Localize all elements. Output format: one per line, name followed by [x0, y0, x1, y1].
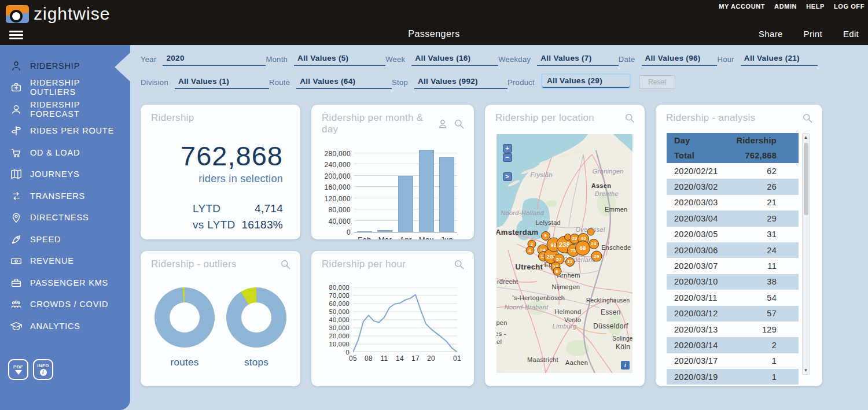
filter-value-division[interactable]: All Values (1) [175, 77, 269, 89]
bar-mar[interactable] [377, 230, 392, 232]
filter-value-date[interactable]: All Values (96) [642, 54, 718, 66]
sidebar-item-transfers[interactable]: TRANSFERS [0, 185, 130, 207]
reset-button[interactable]: Reset [639, 75, 675, 89]
scroll-up-icon[interactable]: ▲ [803, 135, 809, 140]
sidebar-item-label: CROWDS / COVID [30, 300, 108, 309]
filter-value-month[interactable]: All Values (5) [294, 54, 385, 66]
scrollbar-thumb[interactable] [804, 143, 808, 215]
location-map[interactable]: FryslânGroningenAssenDrentheEmmenNoord-H… [496, 134, 632, 373]
map-marker[interactable] [587, 228, 595, 235]
brand-logo-icon [6, 5, 29, 23]
sidebar-item-crowds-covid[interactable]: CROWDS / COVID [0, 294, 130, 316]
card-title: Ridership - analysis [666, 112, 801, 124]
bar-plot-area [354, 148, 457, 232]
sidebar-item-directness[interactable]: DIRECTNESS [0, 207, 130, 229]
bar-feb[interactable] [357, 231, 372, 232]
map-marker[interactable] [564, 234, 571, 241]
table-scrollbar[interactable]: ▲ ▼ [802, 133, 810, 375]
sidebar-item-ridership[interactable]: RIDERSHIP [0, 55, 130, 77]
card-ridership-outliers: Ridership - outliers routesstops [141, 251, 300, 386]
dashboard-actions: SharePrintEdit [759, 29, 859, 39]
top-header: zightwise MY ACCOUNTADMINHELPLOG OFF Pas… [0, 0, 868, 45]
cell-day: 2020/02/21 [667, 167, 735, 176]
filter-value-product[interactable]: All Values (29) [541, 73, 631, 89]
scroll-down-icon[interactable]: ▼ [803, 368, 809, 373]
table-row: 2020/03/1038 [667, 274, 799, 290]
action-share[interactable]: Share [759, 29, 783, 39]
card-ridership-per-month-day: Ridership per month & day 040,00080,0001… [311, 105, 474, 239]
magnifier-icon[interactable] [801, 112, 813, 124]
bar-column [395, 148, 416, 232]
sidebar-item-label: JOURNEYS [30, 169, 79, 179]
person-icon[interactable] [437, 118, 448, 130]
sidebar-item-passenger-kms[interactable]: PASSENGER KMS [0, 272, 130, 294]
sidebar-item-ridership-outliers[interactable]: RIDERSHIP OUTLIERS [0, 77, 130, 99]
top-link-log-off[interactable]: LOG OFF [834, 3, 865, 10]
top-link-my-account[interactable]: MY ACCOUNT [719, 3, 765, 10]
sidebar-nav: RIDERSHIPRIDERSHIP OUTLIERSRIDERSHIP FOR… [0, 45, 130, 337]
action-print[interactable]: Print [804, 29, 822, 39]
magnifier-icon[interactable] [453, 118, 465, 130]
filter-product: ProductAll Values (29) [507, 73, 631, 89]
cell-ridership: 21 [735, 198, 777, 207]
line-y-tick: 40,000 [329, 316, 350, 323]
filter-value-hour[interactable]: All Values (21) [741, 54, 818, 66]
map-marker-29[interactable]: 29 [591, 250, 602, 261]
filter-value-weekday[interactable]: All Values (7) [537, 54, 619, 66]
bar-chart: 040,00080,000120,000160,000200,000240,00… [311, 148, 474, 232]
sidebar-item-journeys[interactable]: JOURNEYS [0, 164, 130, 186]
filter-row-2: DivisionAll Values (1)RouteAll Values (6… [141, 73, 818, 89]
bar-jun[interactable] [439, 157, 454, 232]
line-x-axis: 05081114172001 [353, 352, 457, 361]
map-marker-6[interactable]: 6 [553, 267, 561, 276]
cell-ridership: 1 [735, 356, 777, 365]
magnifier-icon[interactable] [624, 112, 635, 124]
bar-y-tick: 280,000 [325, 150, 351, 158]
bar-y-tick: 80,000 [328, 206, 351, 214]
magnifier-icon[interactable] [279, 258, 291, 270]
action-edit[interactable]: Edit [843, 29, 859, 39]
filter-label: Weekday [498, 55, 537, 66]
bar-apr[interactable] [398, 176, 413, 232]
sidebar-item-analytics[interactable]: ANALYTICS [0, 315, 130, 337]
cell-day: 2020/03/06 [667, 246, 735, 255]
info-button[interactable]: INFOi [33, 359, 53, 380]
table-row: 2020/03/142 [667, 337, 799, 353]
map-marker-11[interactable]: 11 [565, 257, 575, 267]
map-expand-button[interactable]: > [503, 172, 512, 181]
line-x-tick: 14 [396, 354, 404, 363]
magnifier-icon[interactable] [453, 258, 465, 270]
sidebar-item-ridership-forecast[interactable]: RIDERSHIP FORECAST [0, 98, 130, 120]
donut-chart-routes[interactable] [155, 287, 215, 348]
card-ridership: Ridership 762,868 riders in selection LY… [141, 105, 300, 239]
sidebar-item-speed[interactable]: SPEED [0, 228, 130, 250]
filter-value-stop[interactable]: All Values (992) [414, 77, 507, 89]
map-attribution-icon[interactable]: i [621, 361, 630, 370]
filter-value-year[interactable]: 2020 [163, 54, 266, 66]
sidebar-item-od-load[interactable]: OD & LOAD [0, 142, 130, 164]
line-x-tick: 01 [453, 354, 461, 363]
line-x-tick: 05 [349, 354, 357, 363]
sidebar-item-label: OD & LOAD [30, 148, 80, 157]
pdf-download-button[interactable]: PDF [8, 359, 28, 380]
donut-chart-stops[interactable] [226, 287, 286, 348]
sidebar-item-rides-per-route[interactable]: RIDES PER ROUTE [0, 120, 130, 142]
map-marker-24[interactable]: 24 [589, 239, 599, 249]
line-x-tick: 20 [427, 354, 435, 363]
table-row: 2020/03/0624 [667, 242, 799, 258]
map-zoom-out-button[interactable]: − [503, 153, 512, 162]
sidebar-item-label: PASSENGER KMS [30, 278, 108, 287]
map-marker-4[interactable]: 4 [525, 246, 534, 255]
card-ridership-per-hour: Ridership per hour 010,00020,00030,00040… [311, 251, 474, 386]
sidebar-item-revenue[interactable]: REVENUE [0, 250, 130, 272]
bar-may[interactable] [419, 150, 434, 232]
filter-value-route[interactable]: All Values (64) [296, 77, 392, 89]
top-link-help[interactable]: HELP [806, 3, 825, 10]
filter-date: DateAll Values (96) [619, 54, 718, 66]
table-row: 2020/03/1154 [667, 290, 799, 305]
top-link-admin[interactable]: ADMIN [774, 3, 797, 10]
filter-value-week[interactable]: All Values (16) [411, 54, 498, 66]
first-aid-icon [9, 80, 23, 94]
brand-logo[interactable]: zightwise [6, 4, 110, 24]
map-zoom-in-button[interactable]: + [503, 144, 512, 153]
